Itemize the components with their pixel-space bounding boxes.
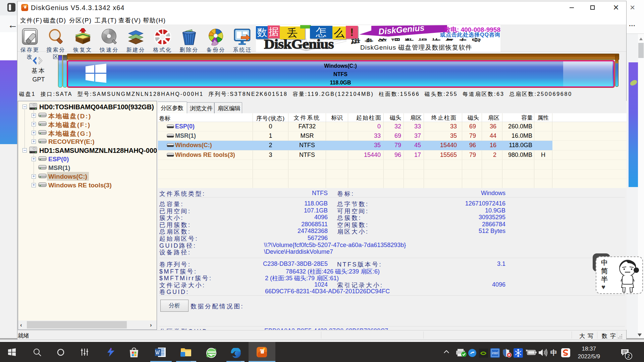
svg-text:2: 2 xyxy=(627,353,630,359)
svg-text:intel: intel xyxy=(492,351,498,355)
